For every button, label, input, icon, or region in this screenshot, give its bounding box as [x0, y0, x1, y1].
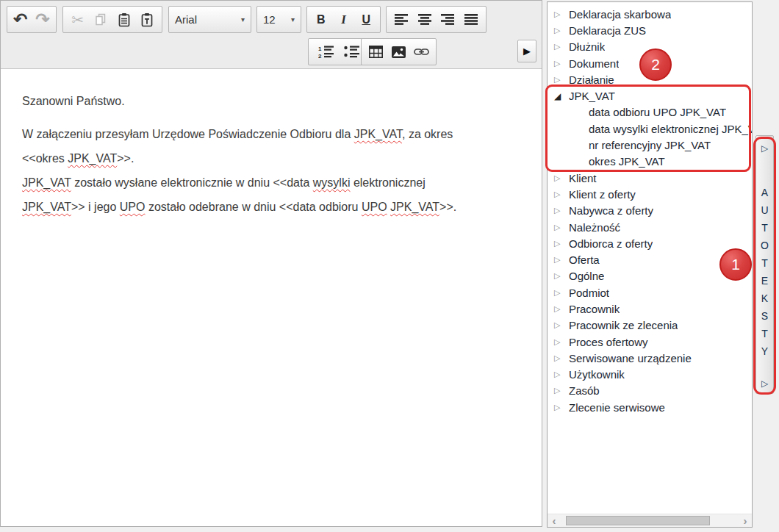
text-segment: <<okres	[22, 152, 68, 165]
tree-item-label: Deklaracja ZUS	[569, 24, 646, 37]
autotext-sidebar-toggle[interactable]: ▷ AUTOTEKSTY ▷	[755, 135, 774, 394]
expand-icon[interactable]: ▷	[554, 255, 569, 265]
font-family-select[interactable]: Arial ▾	[168, 6, 251, 33]
expand-icon[interactable]: ▷	[554, 26, 569, 35]
expand-icon[interactable]: ▷	[554, 206, 569, 215]
align-center-button[interactable]	[416, 9, 434, 31]
tree-item[interactable]: ▷Użytkownik	[548, 367, 752, 383]
misspelled-word: JPK_VAT	[22, 176, 71, 189]
misspelled-word: JPK_VAT	[68, 152, 117, 165]
tree-item[interactable]: ▷Odbiorca z oferty	[548, 235, 752, 251]
tree-item[interactable]: ▷Należność	[548, 219, 752, 235]
bulleted-list-button[interactable]	[342, 41, 360, 63]
tree-item[interactable]: ▷Klient	[548, 170, 752, 186]
chevron-down-icon: ▾	[241, 15, 245, 24]
tree-item[interactable]: ▷Deklaracja ZUS	[548, 22, 752, 38]
expand-icon[interactable]: ▷	[554, 370, 569, 379]
align-left-icon	[395, 14, 408, 25]
expand-icon[interactable]: ▷	[554, 173, 569, 183]
text-line: <<okres JPK_VAT>>.	[22, 146, 524, 170]
align-right-button[interactable]	[439, 9, 456, 31]
tree-item[interactable]: ▷Zlecenie serwisowe	[548, 399, 752, 415]
paste-plain-text-button[interactable]	[138, 9, 156, 31]
toolbar-expand-button[interactable]: ▶	[517, 40, 536, 62]
tree-item[interactable]: ▷Klient z oferty	[548, 186, 752, 202]
expand-icon[interactable]: ▷	[554, 190, 569, 199]
expand-icon[interactable]: ▷	[554, 337, 569, 347]
tree-item[interactable]: ▷Dłużnik	[548, 39, 752, 55]
insert-table-button[interactable]	[367, 41, 384, 63]
expand-icon[interactable]: ▷	[554, 59, 569, 68]
font-size-value: 12	[263, 13, 288, 26]
scrollbar-thumb[interactable]	[566, 516, 710, 525]
tree-item[interactable]: ▷Zasób	[548, 383, 752, 399]
expand-icon[interactable]: ▷	[554, 239, 569, 248]
bold-button[interactable]: B	[312, 9, 330, 31]
tree-item-label: Pracownik ze zlecenia	[569, 319, 678, 331]
tree-item[interactable]: data wysylki elektronicznej JPK_VAT	[548, 121, 752, 137]
misspelled-word: UPO	[120, 201, 146, 213]
tree-item[interactable]: ▷Dokument	[548, 55, 752, 71]
editor-content[interactable]: Szanowni Państwo.W załączeniu przesyłam …	[1, 69, 542, 228]
text-segment: elektronicznej	[350, 176, 425, 189]
expand-icon[interactable]: ▷	[554, 10, 569, 19]
expand-icon[interactable]: ▷	[554, 75, 569, 85]
bar-letter: K	[761, 290, 768, 307]
scrollbar-track[interactable]	[561, 514, 739, 527]
tree-item[interactable]: ▷Podmiot	[548, 284, 752, 301]
underline-button[interactable]: U	[357, 9, 375, 31]
expand-icon[interactable]: ▷	[554, 271, 569, 281]
undo-button[interactable]: ↶	[12, 9, 29, 31]
expand-icon[interactable]: ▷	[554, 403, 569, 412]
expand-icon[interactable]: ▷	[554, 386, 569, 395]
text-line: JPK_VAT zostało wysłane elektronicznie w…	[22, 170, 524, 195]
collapse-icon[interactable]: ◢	[554, 91, 569, 101]
tree-item[interactable]: ◢JPK_VAT	[548, 87, 752, 104]
expand-icon[interactable]: ▷	[554, 304, 569, 314]
tree-item[interactable]: ▷Pracownik ze zlecenia	[548, 317, 752, 334]
table-icon	[369, 46, 383, 58]
tree-item[interactable]: nr referencyjny JPK_VAT	[548, 137, 752, 153]
font-size-select[interactable]: 12 ▾	[256, 6, 301, 33]
numbered-list-button[interactable]: 1 2	[317, 41, 334, 63]
tree-item[interactable]: ▷Działanie	[548, 71, 752, 87]
misspelled-word: JPK_VAT	[390, 201, 439, 213]
tree-item[interactable]: ▷Oferta	[548, 251, 752, 267]
tree-item[interactable]: ▷Pracownik	[548, 301, 752, 317]
tree-item[interactable]: ▷Serwisowane urządzenie	[548, 350, 752, 366]
bar-letter: E	[761, 272, 768, 290]
align-justify-button[interactable]	[462, 9, 480, 31]
align-left-button[interactable]	[392, 9, 410, 31]
scroll-left-button[interactable]: ‹	[548, 514, 561, 528]
expand-panel-bottom-icon[interactable]: ▷	[761, 379, 768, 388]
tree-item[interactable]: data odbioru UPO JPK_VAT	[548, 104, 752, 121]
insert-image-button[interactable]	[390, 41, 408, 63]
tree-item[interactable]: okres JPK_VAT	[548, 154, 752, 170]
text-style-group: B I U	[306, 6, 381, 33]
copy-button[interactable]	[92, 9, 110, 31]
redo-button[interactable]: ↷	[34, 9, 51, 31]
svg-text:1: 1	[318, 46, 322, 52]
text-segment: , za okres	[402, 128, 453, 140]
expand-icon[interactable]: ▷	[554, 42, 569, 51]
tree-item[interactable]: ▷Deklaracja skarbowa	[548, 6, 752, 22]
expand-icon[interactable]: ▷	[554, 320, 569, 330]
tree-item[interactable]: ▷Nabywca z oferty	[548, 203, 752, 219]
tree-item-label: Oferta	[569, 254, 600, 266]
expand-icon[interactable]: ▷	[554, 288, 569, 298]
expand-icon[interactable]: ▷	[554, 353, 569, 363]
scroll-right-button[interactable]: ›	[739, 514, 752, 528]
italic-button[interactable]: I	[335, 9, 353, 31]
tree-item[interactable]: ▷Proces ofertowy	[548, 334, 752, 350]
tree-item[interactable]: ▷Ogólne	[548, 268, 752, 284]
text-segment: zostało wysłane elektronicznie w dniu <<…	[71, 176, 313, 189]
paste-button[interactable]	[115, 9, 133, 31]
image-icon	[392, 46, 406, 58]
insert-link-button[interactable]	[413, 41, 431, 63]
bar-letter: T	[761, 254, 768, 272]
text-segment: >>.	[439, 201, 456, 213]
text-line: W załączeniu przesyłam Urzędowe Poświadc…	[22, 122, 524, 146]
expand-panel-top-icon[interactable]: ▷	[761, 144, 768, 153]
cut-button[interactable]: ✂	[69, 9, 87, 31]
expand-icon[interactable]: ▷	[554, 223, 569, 232]
